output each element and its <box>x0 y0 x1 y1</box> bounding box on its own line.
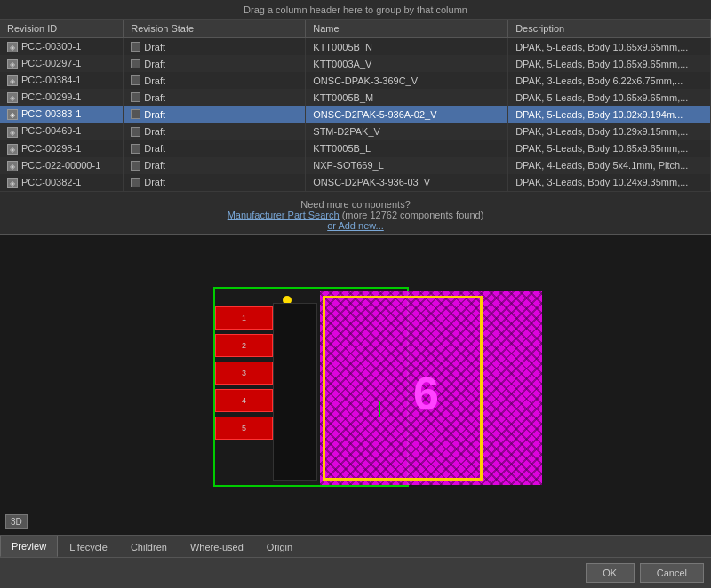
more-components-area: Need more components? Manufacturer Part … <box>0 191 711 234</box>
tabs-bar: PreviewLifecycleChildrenWhere-usedOrigin <box>0 535 711 557</box>
add-new-text[interactable]: or Add new... <box>0 220 711 231</box>
cell-description: DPAK, 3-Leads, Body 6.22x6.75mm,... <box>508 72 711 89</box>
table-row[interactable]: ◈PCC-022-00000-1DraftNXP-SOT669_LDPAK, 4… <box>0 157 711 174</box>
revision-icon: ◈ <box>7 42 18 52</box>
cell-description: DPAK, 4-Leads, Body 5x4.1mm, Pitch... <box>508 157 711 174</box>
link-suffix: (more 12762 components found) <box>340 210 484 220</box>
cell-revision-id: ◈PCC-00383-1 <box>0 106 124 123</box>
cell-description: DPAK, 5-Leads, Body 10.65x9.65mm,... <box>508 38 711 56</box>
cell-revision-id: ◈PCC-00300-1 <box>0 38 124 56</box>
table-row[interactable]: ◈PCC-00297-1DraftKTT0003A_VDPAK, 5-Leads… <box>0 55 711 72</box>
revision-icon: ◈ <box>7 92 18 103</box>
tab-children[interactable]: Children <box>119 536 179 557</box>
state-checkbox[interactable] <box>131 144 140 154</box>
pad-3: 3 <box>215 362 273 385</box>
tab-preview[interactable]: Preview <box>0 536 58 557</box>
cell-description: DPAK, 5-Leads, Body 10.65x9.65mm,... <box>508 55 711 72</box>
cell-description: DPAK, 5-Leads, Body 10.65x9.65mm,... <box>508 89 711 106</box>
ok-button[interactable]: OK <box>586 563 635 583</box>
table-area: Drag a column header here to group by th… <box>0 0 711 235</box>
more-components-text: Need more components? <box>0 199 711 210</box>
main-container: Drag a column header here to group by th… <box>0 0 711 588</box>
revision-icon: ◈ <box>7 59 18 69</box>
pad-2: 2 <box>215 334 273 357</box>
pad-1: 1 <box>215 306 273 330</box>
table-wrapper[interactable]: Revision ID Revision State Name Descript… <box>0 20 711 191</box>
col-header-revision-state[interactable]: Revision State <box>124 20 306 38</box>
state-checkbox[interactable] <box>131 109 140 119</box>
table-row[interactable]: ◈PCC-00298-1DraftKTT0005B_LDPAK, 5-Leads… <box>0 140 711 157</box>
body-dark <box>273 303 317 481</box>
cell-revision-state: Draft <box>124 72 306 89</box>
cell-revision-id: ◈PCC-022-00000-1 <box>0 157 124 174</box>
cell-description: DPAK, 3-Leads, Body 10.24x9.35mm,... <box>508 174 711 191</box>
pad-4: 4 <box>215 389 273 412</box>
pads-group: 1 2 3 4 5 <box>215 306 273 440</box>
table-row[interactable]: ◈PCC-00469-1DraftSTM-D2PAK_VDPAK, 3-Lead… <box>0 123 711 139</box>
cell-revision-state: Draft <box>124 123 306 139</box>
cell-revision-id: ◈PCC-00384-1 <box>0 72 124 89</box>
cell-revision-state: Draft <box>124 174 306 191</box>
manufacturer-search-link[interactable]: Manufacturer Part Search <box>228 210 340 220</box>
cell-name: STM-D2PAK_V <box>306 123 508 139</box>
cell-revision-id: ◈PCC-00299-1 <box>0 89 124 106</box>
tab-lifecycle[interactable]: Lifecycle <box>58 536 119 557</box>
crosshair <box>371 401 387 417</box>
table-row[interactable]: ◈PCC-00299-1DraftKTT0005B_MDPAK, 5-Leads… <box>0 89 711 106</box>
cell-name: KTT0005B_N <box>306 38 508 56</box>
col-header-description[interactable]: Description <box>508 20 711 38</box>
cell-revision-state: Draft <box>124 140 306 157</box>
state-checkbox[interactable] <box>131 75 140 85</box>
state-checkbox[interactable] <box>131 59 140 68</box>
preview-area: 1 2 3 4 5 6 3D <box>0 235 711 535</box>
col-header-name[interactable]: Name <box>306 20 508 38</box>
components-table: Revision ID Revision State Name Descript… <box>0 20 711 191</box>
cell-revision-state: Draft <box>124 157 306 174</box>
col-header-revision-id[interactable]: Revision ID <box>0 20 124 38</box>
cell-description: DPAK, 5-Leads, Body 10.65x9.65mm,... <box>508 140 711 157</box>
cell-name: KTT0005B_L <box>306 140 508 157</box>
revision-icon: ◈ <box>7 75 18 86</box>
revision-icon: ◈ <box>7 178 18 188</box>
revision-icon: ◈ <box>7 127 18 138</box>
yellow-rect <box>323 296 483 481</box>
state-checkbox[interactable] <box>131 127 140 137</box>
badge-3d: 3D <box>5 514 28 529</box>
cell-revision-id: ◈PCC-00297-1 <box>0 55 124 72</box>
state-checkbox[interactable] <box>131 161 140 171</box>
revision-icon: ◈ <box>7 144 18 155</box>
pad-5: 5 <box>215 417 273 440</box>
cell-description: DPAK, 5-Leads, Body 10.02x9.194m... <box>508 106 711 123</box>
state-checkbox[interactable] <box>131 178 140 187</box>
cell-revision-id: ◈PCC-00469-1 <box>0 123 124 139</box>
tab-origin[interactable]: Origin <box>255 536 304 557</box>
cell-name: ONSC-D2PAK-5-936A-02_V <box>306 106 508 123</box>
drag-hint: Drag a column header here to group by th… <box>0 0 711 20</box>
tab-where-used[interactable]: Where-used <box>179 536 255 557</box>
table-row[interactable]: ◈PCC-00382-1DraftONSC-D2PAK-3-936-03_VDP… <box>0 174 711 191</box>
cell-name: NXP-SOT669_L <box>306 157 508 174</box>
cell-description: DPAK, 3-Leads, Body 10.29x9.15mm,... <box>508 123 711 139</box>
revision-icon: ◈ <box>7 109 18 120</box>
cell-revision-id: ◈PCC-00382-1 <box>0 174 124 191</box>
button-bar: OK Cancel <box>0 557 711 588</box>
large-number: 6 <box>413 367 439 420</box>
pcb-canvas: 1 2 3 4 5 6 <box>151 269 560 500</box>
revision-icon: ◈ <box>7 161 18 171</box>
cell-name: ONSC-D2PAK-3-936-03_V <box>306 174 508 191</box>
table-row[interactable]: ◈PCC-00300-1DraftKTT0005B_NDPAK, 5-Leads… <box>0 38 711 56</box>
cancel-button[interactable]: Cancel <box>640 563 704 583</box>
more-components-link-line: Manufacturer Part Search (more 12762 com… <box>0 210 711 220</box>
state-checkbox[interactable] <box>131 92 140 102</box>
cell-revision-state: Draft <box>124 38 306 56</box>
cell-name: KTT0003A_V <box>306 55 508 72</box>
cell-revision-state: Draft <box>124 89 306 106</box>
table-row[interactable]: ◈PCC-00384-1DraftONSC-DPAK-3-369C_VDPAK,… <box>0 72 711 89</box>
cell-revision-state: Draft <box>124 106 306 123</box>
cell-revision-state: Draft <box>124 55 306 72</box>
cell-revision-id: ◈PCC-00298-1 <box>0 140 124 157</box>
cell-name: ONSC-DPAK-3-369C_V <box>306 72 508 89</box>
table-row[interactable]: ◈PCC-00383-1DraftONSC-D2PAK-5-936A-02_VD… <box>0 106 711 123</box>
state-checkbox[interactable] <box>131 42 140 52</box>
cell-name: KTT0005B_M <box>306 89 508 106</box>
